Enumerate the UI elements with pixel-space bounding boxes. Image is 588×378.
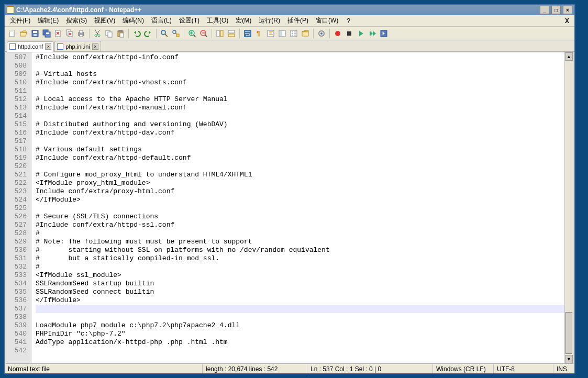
code-line[interactable]: SSLRandomSeed connect builtin: [36, 288, 564, 296]
zoom-in-icon[interactable]: [187, 28, 197, 39]
code-line[interactable]: </IfModule>: [36, 196, 564, 204]
code-line[interactable]: # Local access to the Apache HTTP Server…: [36, 95, 564, 104]
code-line[interactable]: Include conf/extra/proxy-html.conf: [36, 187, 564, 196]
show-all-chars-icon[interactable]: ¶: [254, 28, 264, 39]
code-line[interactable]: [36, 162, 564, 171]
save-all-icon[interactable]: [41, 28, 52, 39]
menu-file[interactable]: 文件(F): [7, 15, 34, 26]
folder-icon[interactable]: [300, 28, 310, 39]
code-line[interactable]: <IfModule ssl_module>: [36, 271, 564, 280]
code-line[interactable]: [36, 305, 564, 313]
line-number: 510: [6, 79, 31, 87]
code-line[interactable]: # Distributed authoring and versioning (…: [36, 120, 564, 129]
open-icon[interactable]: [18, 28, 29, 39]
print-icon[interactable]: [76, 28, 86, 39]
menu-language[interactable]: 语言(L): [148, 15, 175, 26]
file-tab[interactable]: php.ini.ini×: [54, 41, 101, 51]
menu-macro[interactable]: 宏(M): [232, 15, 254, 26]
code-line[interactable]: # Various default settings: [36, 146, 564, 154]
menu-help[interactable]: ?: [343, 16, 353, 26]
code-line[interactable]: [36, 347, 564, 355]
code-line[interactable]: # but a statically compiled-in mod_ssl.: [36, 254, 564, 263]
file-tab[interactable]: httpd.conf×: [7, 41, 54, 52]
code-line[interactable]: SSLRandomSeed startup builtin: [36, 280, 564, 288]
code-line[interactable]: #Include conf/extra/httpd-info.conf: [36, 53, 564, 62]
menu-tools[interactable]: 工具(O): [204, 15, 231, 26]
code-line[interactable]: #Include conf/extra/httpd-vhosts.conf: [36, 79, 564, 87]
menubar-close-x[interactable]: X: [565, 17, 569, 25]
function-list-icon[interactable]: [289, 28, 299, 39]
menu-settings[interactable]: 设置(T): [176, 15, 203, 26]
wordwrap-icon[interactable]: [242, 28, 253, 39]
code-line[interactable]: #Include conf/extra/httpd-ssl.conf: [36, 221, 564, 229]
svg-rect-12: [80, 30, 83, 33]
line-number: 524: [6, 196, 31, 204]
find-icon[interactable]: [159, 28, 170, 39]
code-line[interactable]: # starting without SSL on platforms with…: [36, 246, 564, 254]
menu-run[interactable]: 运行(R): [256, 15, 283, 26]
tab-close-icon[interactable]: ×: [45, 43, 51, 50]
code-line[interactable]: <IfModule proxy_html_module>: [36, 179, 564, 187]
code-line[interactable]: #Include conf/extra/httpd-dav.conf: [36, 129, 564, 137]
monitor-icon[interactable]: [316, 28, 327, 39]
scroll-up-icon[interactable]: ▲: [565, 52, 573, 61]
sync-v-icon[interactable]: [215, 28, 225, 39]
undo-icon[interactable]: [131, 28, 142, 39]
save-macro-icon[interactable]: [379, 28, 389, 39]
indent-guide-icon[interactable]: [265, 28, 276, 39]
doc-map-icon[interactable]: [277, 28, 287, 39]
code-area[interactable]: #Include conf/extra/httpd-info.conf# Vir…: [31, 52, 564, 363]
scroll-track[interactable]: [565, 61, 573, 355]
code-line[interactable]: [36, 313, 564, 321]
scroll-down-icon[interactable]: ▼: [565, 355, 573, 363]
line-number: 520: [6, 162, 31, 171]
menu-encoding[interactable]: 编码(N): [119, 15, 147, 26]
code-line[interactable]: AddType application/x-httpd-php .php .ht…: [36, 338, 564, 347]
sync-h-icon[interactable]: [226, 28, 237, 39]
code-line[interactable]: LoadModule php7_module c:\php7.2\php7apa…: [36, 321, 564, 330]
close-window-button[interactable]: ×: [563, 6, 572, 14]
replace-icon[interactable]: [171, 28, 181, 39]
menu-plugins[interactable]: 插件(P): [284, 15, 312, 26]
scroll-thumb[interactable]: [565, 312, 572, 354]
new-icon[interactable]: [7, 28, 17, 39]
cut-icon[interactable]: [92, 28, 103, 39]
line-number: 526: [6, 213, 31, 221]
code-line[interactable]: PHPIniDir "c:\php-7.2": [36, 330, 564, 338]
code-line[interactable]: # Configure mod_proxy_html to understand…: [36, 171, 564, 179]
zoom-out-icon[interactable]: [198, 28, 209, 39]
record-macro-icon[interactable]: [332, 28, 343, 39]
menu-view[interactable]: 视图(V): [91, 15, 118, 26]
code-line[interactable]: # Secure (SSL/TLS) connections: [36, 213, 564, 221]
code-line[interactable]: # Note: The following must must be prese…: [36, 238, 564, 246]
code-line[interactable]: #: [36, 263, 564, 271]
play-macro-icon[interactable]: [356, 28, 366, 39]
tab-close-icon[interactable]: ×: [92, 43, 98, 50]
menu-search[interactable]: 搜索(S): [63, 15, 90, 26]
redo-icon[interactable]: [143, 28, 153, 39]
menu-window[interactable]: 窗口(W): [313, 15, 341, 26]
code-line[interactable]: [36, 204, 564, 213]
vertical-scrollbar[interactable]: ▲ ▼: [564, 52, 573, 363]
code-line[interactable]: #Include conf/extra/httpd-manual.conf: [36, 104, 564, 112]
code-line[interactable]: # Virtual hosts: [36, 70, 564, 79]
save-icon[interactable]: [30, 28, 40, 39]
menu-edit[interactable]: 编辑(E): [35, 15, 62, 26]
code-line[interactable]: </IfModule>: [36, 296, 564, 305]
code-line[interactable]: #Include conf/extra/httpd-default.conf: [36, 154, 564, 162]
close-all-icon[interactable]: [64, 28, 75, 39]
close-icon[interactable]: [53, 28, 63, 39]
copy-icon[interactable]: [104, 28, 114, 39]
minimize-button[interactable]: _: [540, 6, 549, 14]
stop-macro-icon[interactable]: [344, 28, 354, 39]
titlebar[interactable]: C:\Apache2.4\conf\httpd.conf - Notepad++…: [5, 5, 574, 15]
play-multiple-icon[interactable]: [367, 28, 378, 39]
code-line[interactable]: [36, 137, 564, 146]
code-line[interactable]: [36, 62, 564, 70]
paste-icon[interactable]: [115, 28, 126, 39]
code-line[interactable]: [36, 87, 564, 95]
code-line[interactable]: [36, 112, 564, 120]
status-encoding: UTF-8: [494, 364, 553, 373]
maximize-button[interactable]: □: [551, 6, 561, 14]
code-line[interactable]: #: [36, 229, 564, 238]
